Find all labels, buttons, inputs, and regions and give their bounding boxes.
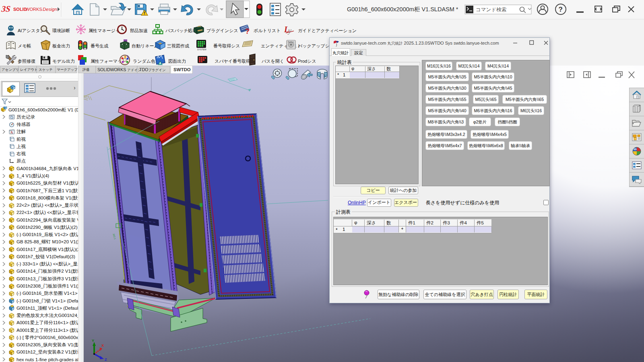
svg-text:環境診断: 環境診断	[52, 28, 70, 33]
svg-text:X: X	[101, 343, 104, 348]
svg-text:ボルトリスト: ボルトリスト	[254, 28, 281, 33]
svg-text:番号取得シス: 番号取得シス	[213, 43, 240, 48]
svg-text:板金出力: 板金出力	[52, 43, 70, 48]
svg-text:TDOプラグイン: TDOプラグイン	[139, 67, 166, 72]
svg-text:部品加速: 部品加速	[130, 28, 148, 33]
svg-text:パスを開く: パスを開く	[262, 59, 284, 64]
svg-text:モデル出力: モデル出力	[52, 59, 75, 64]
svg-text:パスバッチ処理: パスバッチ処理	[165, 28, 197, 33]
svg-text:メモ帳: メモ帳	[18, 43, 31, 48]
svg-text:y: y	[287, 27, 291, 35]
svg-text:スパヤイ番号取得: スパヤイ番号取得	[215, 59, 250, 64]
svg-text:バックアップシス: バックアップシス	[297, 43, 334, 48]
svg-text:プラグインシス: プラグインシス	[206, 28, 238, 33]
svg-text:三視図作成: 三視図作成	[167, 43, 189, 48]
svg-text:SYSTEM: SYSTEM	[197, 48, 206, 51]
svg-text:評価: 評価	[83, 68, 89, 72]
svg-text:参照修復: 参照修復	[18, 59, 35, 64]
svg-text:図面出力: 図面出力	[168, 59, 186, 64]
svg-text:自動リネーム: 自動リネーム	[132, 43, 159, 48]
svg-text:?: ?	[559, 6, 563, 13]
svg-text:アセンブリ: アセンブリ	[2, 68, 19, 72]
svg-text:SOLID: SOLID	[13, 7, 27, 12]
svg-text:レイアウト: レイアウト	[20, 68, 38, 72]
svg-text:ランダム色: ランダム色	[133, 59, 155, 64]
svg-text:コマンド検索: コマンド検索	[476, 7, 506, 12]
svg-text:Y: Y	[92, 339, 94, 343]
svg-text:SOLIDWORKS アドイン: SOLIDWORKS アドイン	[97, 67, 141, 72]
svg-text:?: ?	[245, 27, 250, 35]
svg-text:Prodシス: Prodシス	[298, 59, 316, 64]
svg-text:SWTDO: SWTDO	[173, 67, 191, 72]
svg-text:3S: 3S	[0, 4, 11, 14]
svg-text:スケッチ: スケッチ	[39, 68, 53, 72]
svg-text:Design: Design	[43, 7, 57, 12]
svg-text:G001h6_600x600x2000m柜 V1.SLDAS: G001h6_600x600x2000m柜 V1.SLDASM *	[347, 6, 458, 12]
svg-text:Backup: Backup	[288, 41, 294, 43]
svg-text:WORKS: WORKS	[25, 7, 42, 12]
svg-text:マークアップ: マークアップ	[57, 68, 78, 72]
svg-text:ガイドとアクティベーション: ガイドとアクティベーション	[298, 28, 357, 33]
svg-text:Z: Z	[105, 358, 107, 362]
svg-text:番号生成: 番号生成	[91, 43, 108, 48]
